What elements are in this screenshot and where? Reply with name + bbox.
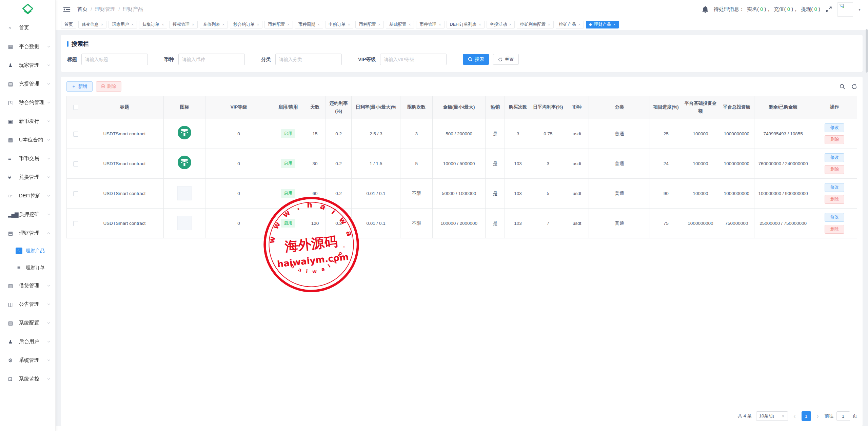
tab-币种配置[interactable]: 币种配置×: [264, 21, 293, 28]
pending-count: 0: [760, 6, 763, 12]
tab-close-icon[interactable]: ×: [131, 22, 133, 26]
tab-close-icon[interactable]: ×: [578, 22, 580, 26]
tab-close-icon[interactable]: ×: [409, 22, 411, 26]
select-all-checkbox[interactable]: [73, 105, 78, 110]
add-button[interactable]: ＋ 新增: [66, 81, 93, 92]
sidebar-item-staking-mining[interactable]: ▂▅▇质押挖矿: [0, 205, 55, 224]
sidebar-item-home[interactable]: ◔首页: [0, 19, 55, 37]
pending-messages[interactable]: 待处理消息：实名( 0 )，充值( 0 )，提现( 0 ): [714, 6, 820, 13]
tab-close-icon[interactable]: ×: [257, 22, 259, 26]
sidebar-item-coin-coin-trade[interactable]: ≡币币交易: [0, 149, 55, 168]
vip-level-input[interactable]: [380, 54, 447, 65]
brand-logo[interactable]: [0, 0, 55, 19]
sidebar-item-announcement-mgmt[interactable]: ◫公告管理: [0, 295, 55, 314]
lending-mgmt-icon: ▥: [8, 283, 16, 289]
tab-空投活动[interactable]: 空投活动×: [487, 21, 515, 28]
coin-input[interactable]: [178, 54, 245, 65]
sidebar-item-wealth-products[interactable]: ∿理财产品: [0, 242, 55, 259]
tab-close-icon[interactable]: ×: [479, 22, 481, 26]
sidebar-item-lending-mgmt[interactable]: ▥借贷管理: [0, 276, 55, 295]
tab-秒合约订单[interactable]: 秒合约订单×: [230, 21, 262, 28]
avatar[interactable]: [837, 2, 853, 17]
tab-close-icon[interactable]: ×: [378, 22, 380, 26]
tab-首页[interactable]: 首页: [61, 21, 76, 28]
sidebar-item-system-mgmt[interactable]: ⚙系统管理: [0, 351, 55, 370]
sidebar-item-defi-mining[interactable]: ☞DEFI挖矿: [0, 187, 55, 205]
goto-page-input[interactable]: [836, 411, 850, 421]
batch-delete-button[interactable]: 删除: [96, 81, 121, 92]
edit-button[interactable]: 修改: [825, 123, 844, 132]
breadcrumb-item[interactable]: 理财产品: [123, 6, 143, 13]
tab-挖矿利率配置[interactable]: 挖矿利率配置×: [517, 21, 553, 28]
tab-币种配置[interactable]: 币种配置×: [355, 21, 383, 28]
reset-button[interactable]: 重置: [493, 54, 519, 65]
fullscreen-icon[interactable]: [826, 6, 832, 13]
tab-close-icon[interactable]: ×: [222, 22, 224, 26]
tab-币种管理[interactable]: 币种管理×: [416, 21, 444, 28]
page-number-button[interactable]: 1: [802, 411, 811, 421]
tab-DEFI订单列表[interactable]: DEFI订单列表×: [447, 21, 485, 28]
sidebar-item-u-margin-contract[interactable]: ▩U本位合约: [0, 131, 55, 149]
edit-button[interactable]: 修改: [825, 183, 844, 192]
tab-close-icon[interactable]: ×: [548, 22, 550, 26]
delete-button[interactable]: 删除: [825, 195, 844, 204]
tab-close-icon[interactable]: ×: [613, 22, 615, 26]
tab-close-icon[interactable]: ×: [192, 22, 194, 26]
sidebar-item-label: 平台数据: [19, 43, 39, 50]
edit-button[interactable]: 修改: [825, 153, 844, 162]
tab-close-icon[interactable]: ×: [162, 22, 164, 26]
sidebar-item-exchange-mgmt[interactable]: ¥兑换管理: [0, 168, 55, 187]
sidebar-item-admin-users[interactable]: ♟后台用户: [0, 332, 55, 351]
tab-玩家用户[interactable]: 玩家用户×: [108, 21, 137, 28]
row-checkbox[interactable]: [73, 191, 78, 196]
sidebar-item-system-monitor[interactable]: ⊡系统监控: [0, 370, 55, 388]
breadcrumb-item[interactable]: 理财管理: [95, 6, 115, 13]
delete-button[interactable]: 删除: [825, 225, 844, 234]
tab-账变信息[interactable]: 账变信息×: [78, 21, 106, 28]
user-menu-caret-icon[interactable]: ▾: [859, 7, 861, 12]
tab-close-icon[interactable]: ×: [439, 22, 441, 26]
breadcrumb-item[interactable]: 首页: [77, 6, 87, 13]
cell-default_rate: 0.2: [326, 208, 352, 238]
tab-申购订单[interactable]: 申购订单×: [325, 21, 353, 28]
row-checkbox[interactable]: [73, 221, 78, 226]
tab-close-icon[interactable]: ×: [101, 22, 103, 26]
sidebar-item-wealth-orders[interactable]: ≣理财订单: [0, 259, 55, 276]
sidebar-item-platform-data[interactable]: ▦平台数据: [0, 37, 55, 56]
next-page-button[interactable]: ›: [815, 413, 821, 420]
prev-page-button[interactable]: ‹: [792, 413, 797, 420]
tab-挖矿产品[interactable]: 挖矿产品×: [556, 21, 584, 28]
cell-select: [67, 119, 85, 149]
tab-基础配置[interactable]: 基础配置×: [386, 21, 414, 28]
tab-理财产品[interactable]: 理财产品×: [586, 21, 619, 28]
tab-close-icon[interactable]: ×: [318, 22, 320, 26]
sidebar-item-second-contract-mgmt[interactable]: ◳秒合约管理: [0, 93, 55, 112]
toggle-search-icon[interactable]: [840, 84, 845, 90]
scrollbar-thumb[interactable]: [866, 29, 868, 73]
notification-bell-icon[interactable]: [702, 6, 708, 13]
category-input[interactable]: [275, 54, 342, 65]
delete-button[interactable]: 删除: [825, 135, 844, 144]
row-checkbox[interactable]: [73, 161, 78, 166]
refresh-icon[interactable]: [851, 84, 857, 90]
row-checkbox[interactable]: [73, 132, 78, 137]
tab-close-icon[interactable]: ×: [287, 22, 289, 26]
delete-button[interactable]: 删除: [825, 165, 844, 174]
edit-button[interactable]: 修改: [825, 213, 844, 222]
tab-close-icon[interactable]: ×: [348, 22, 350, 26]
search-button[interactable]: 搜索: [463, 54, 489, 65]
sidebar-item-player-mgmt[interactable]: ♟玩家管理: [0, 56, 55, 75]
tab-币种周期[interactable]: 币种周期×: [295, 21, 323, 28]
sidebar-item-system-config[interactable]: ▤系统配置: [0, 314, 55, 332]
column-header-total_amount: 平台总投资额: [719, 96, 754, 119]
page-size-select[interactable]: 10条/页 ▼: [756, 411, 788, 421]
tab-归集订单[interactable]: 归集订单×: [139, 21, 167, 28]
sidebar-item-wealth-mgmt[interactable]: ▤理财管理: [0, 224, 55, 242]
collapse-menu-icon[interactable]: [63, 6, 71, 13]
sidebar-item-new-coin-issue[interactable]: ▣新币发行: [0, 112, 55, 131]
title-input[interactable]: [81, 54, 148, 65]
sidebar-item-deposit-withdraw-mgmt[interactable]: ▤充提管理: [0, 75, 55, 93]
tab-授权管理[interactable]: 授权管理×: [169, 21, 197, 28]
tab-close-icon[interactable]: ×: [509, 22, 511, 26]
tab-充值列表[interactable]: 充值列表×: [200, 21, 228, 28]
